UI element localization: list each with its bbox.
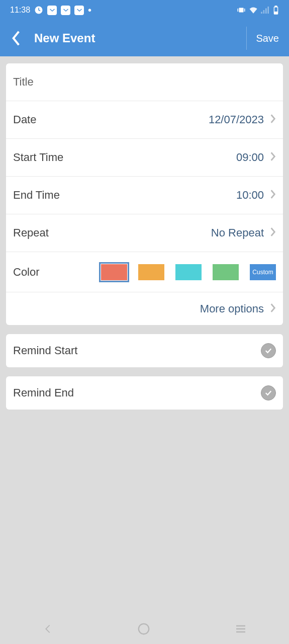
event-form-card: Title Date 12/07/2023 Start Time 09:00 E… (6, 63, 283, 325)
battery-icon (273, 6, 279, 15)
svg-rect-2 (238, 9, 239, 12)
color-label: Color (13, 266, 101, 279)
chevron-right-icon (270, 151, 276, 164)
color-row: Color Custom (6, 252, 283, 292)
repeat-row[interactable]: Repeat No Repeat (6, 214, 283, 252)
svg-rect-5 (263, 10, 265, 14)
repeat-label: Repeat (13, 226, 211, 239)
app-icon-1 (47, 6, 57, 15)
color-custom-button[interactable]: Custom (250, 264, 276, 280)
remind-end-card[interactable]: Remind End (6, 376, 283, 410)
dot-icon: • (88, 5, 91, 16)
nav-recent-button[interactable] (235, 624, 247, 634)
start-time-label: Start Time (13, 151, 236, 164)
svg-rect-6 (265, 9, 267, 14)
svg-rect-1 (239, 8, 244, 13)
svg-rect-7 (267, 7, 269, 14)
vibrate-icon (237, 7, 246, 14)
svg-rect-4 (261, 12, 262, 14)
svg-rect-9 (275, 6, 277, 7)
start-time-row[interactable]: Start Time 09:00 (6, 139, 283, 177)
chevron-right-icon (270, 189, 276, 201)
app-header: New Event Save (0, 20, 289, 56)
clock-icon (34, 6, 43, 15)
color-swatch-1[interactable] (101, 264, 127, 280)
remind-end-label: Remind End (13, 386, 261, 399)
svg-point-11 (139, 624, 149, 634)
end-time-row[interactable]: End Time 10:00 (6, 177, 283, 214)
remind-start-card[interactable]: Remind Start (6, 334, 283, 367)
app-icon-3 (74, 6, 84, 15)
wifi-icon (249, 7, 258, 14)
date-value: 12/07/2023 (209, 113, 264, 126)
status-bar: 11:38 • (0, 0, 289, 20)
save-button[interactable]: Save (246, 27, 283, 50)
remind-start-toggle[interactable] (261, 343, 276, 358)
title-input[interactable]: Title (13, 75, 276, 89)
remind-end-toggle[interactable] (261, 385, 276, 400)
color-swatch-2[interactable] (138, 264, 164, 280)
chevron-right-icon (270, 114, 276, 126)
repeat-value: No Repeat (211, 226, 264, 239)
color-swatch-3[interactable] (175, 264, 202, 280)
svg-rect-10 (274, 12, 277, 14)
more-options-label: More options (200, 302, 264, 315)
app-icon-2 (61, 6, 70, 15)
svg-rect-3 (244, 9, 245, 12)
date-label: Date (13, 113, 209, 126)
nav-home-button[interactable] (137, 622, 150, 635)
end-time-label: End Time (13, 189, 236, 202)
more-options-row[interactable]: More options (6, 292, 283, 325)
end-time-value: 10:00 (236, 189, 264, 202)
remind-start-label: Remind Start (13, 344, 261, 357)
back-button[interactable] (6, 30, 26, 46)
date-row[interactable]: Date 12/07/2023 (6, 101, 283, 139)
page-title: New Event (26, 31, 246, 45)
nav-back-button[interactable] (42, 623, 53, 634)
title-row[interactable]: Title (6, 63, 283, 101)
status-time: 11:38 (10, 6, 30, 15)
signal-icon (261, 7, 270, 14)
start-time-value: 09:00 (236, 151, 264, 164)
system-nav-bar (0, 614, 289, 644)
color-swatch-4[interactable] (213, 264, 239, 280)
chevron-right-icon (270, 303, 276, 315)
chevron-right-icon (270, 227, 276, 239)
